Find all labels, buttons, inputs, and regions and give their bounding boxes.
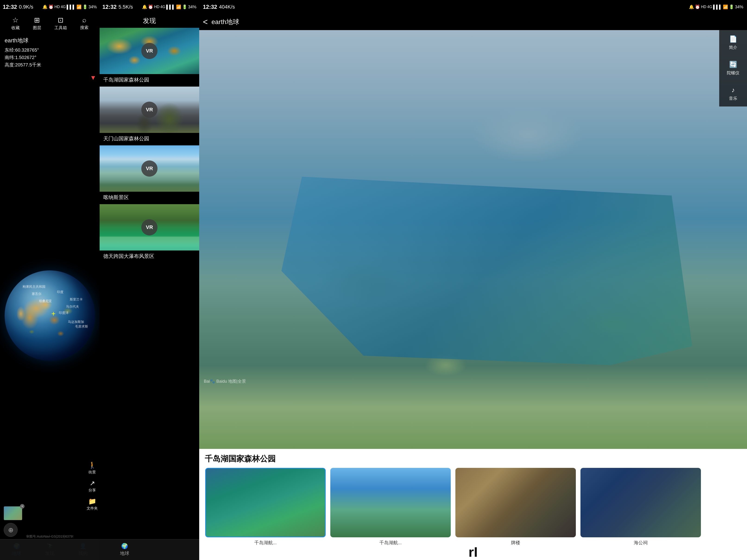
sidebar-gyro-label: 陀螺仪 [727, 70, 739, 76]
bell-icon: 🔔 [43, 4, 48, 9]
street-view-button[interactable]: 🚶 街景 [87, 461, 98, 475]
clock-icon-3: ⏰ [695, 4, 700, 9]
label-drc: 刚果民主共和国 [23, 285, 45, 289]
toolbar-collect-label: 收藏 [11, 25, 20, 31]
ocean-label: 印度洋 [59, 311, 69, 315]
status-bar-2: 12:32 5.5K/s 🔔 ⏰ HD 4G ▌▌▌ 📶 🔋 34% [100, 0, 199, 14]
status-time-2: 12:32 [102, 4, 117, 10]
signal-bars-icon: ▌▌▌ [67, 5, 76, 9]
nav-earth-2[interactable]: 🌍 地球 [120, 543, 129, 557]
clock-icon: ⏰ [48, 4, 53, 9]
mini-map-close[interactable]: × [20, 504, 25, 509]
feed-label-kanas: 喀纳斯景区 [100, 192, 199, 204]
thumbnail-label-1: 千岛湖航... [254, 540, 277, 546]
gyro-icon: 🔄 [729, 61, 737, 68]
layers-icon: ⊞ [34, 16, 40, 24]
status-time-1: 12:32 [3, 4, 17, 10]
mini-map[interactable] [4, 506, 22, 520]
battery-percent-3: 34% [735, 5, 743, 9]
status-icons-2: 🔔 ⏰ HD 4G ▌▌▌ 📶 🔋 34% [142, 4, 197, 9]
back-button[interactable]: < [203, 17, 208, 27]
side-actions: 🚶 街景 ↗ 分享 📁 文件夹 [85, 459, 100, 514]
label-seychelles: 塞舌尔 [32, 292, 42, 296]
thumbnail-item-1[interactable]: 千岛湖航... [203, 468, 328, 546]
thumbnail-item-3[interactable]: 牌楼 [453, 468, 578, 546]
feed-item-tianmen[interactable]: VR 天门山国家森林公园 [100, 86, 199, 145]
compass-icon: ▼ [90, 74, 96, 81]
status-bar-1: 12:32 0.9K/s 🔔 ⏰ HD 4G ▌▌▌ 📶 🔋 34% [0, 0, 100, 14]
panel-discover: 12:32 5.5K/s 🔔 ⏰ HD 4G ▌▌▌ 📶 🔋 34% 发现 VR… [100, 0, 199, 560]
vr-badge-detian: VR [141, 219, 157, 235]
feed-container: VR 千岛湖国家森林公园 VR 天门山国家森林公园 VR 喀纳斯景区 [100, 28, 199, 560]
toolbar-layers[interactable]: ⊞ 图层 [33, 16, 41, 31]
longitude-display: 东经:60.328765° [5, 46, 95, 54]
earth-info: earth地球 东经:60.328765° 南纬:1.502672° 高度:20… [0, 32, 100, 71]
thumbnail-label-4: 海公祠 [634, 540, 648, 546]
toolbar-layers-label: 图层 [33, 25, 41, 31]
status-time-3: 12:32 [203, 4, 217, 10]
right-sidebar: 📄 简介 🔄 陀螺仪 ♪ 音乐 [719, 30, 747, 106]
thumbnail-image-3[interactable] [455, 468, 576, 537]
sidebar-intro[interactable]: 📄 简介 [719, 30, 747, 56]
detail-main-image[interactable]: Bai🐾 Baidu 地图|全景 [199, 30, 747, 449]
sidebar-intro-label: 简介 [729, 45, 737, 50]
folder-label: 文件夹 [87, 506, 98, 511]
vr-badge-kanas: VR [141, 160, 157, 177]
hd-icon: HD [54, 5, 60, 9]
copyright-text: 审图号:AutoNavi-GS(2019)6379! [0, 535, 100, 539]
label-tanzania: 坦桑尼亚 [39, 299, 52, 303]
thumbnail-item-4[interactable]: 海公祠 [578, 468, 703, 546]
feed-label-qiandao: 千岛湖国家森林公园 [100, 74, 199, 86]
toolbar-tools[interactable]: ⊡ 工具箱 [54, 16, 67, 31]
feed-item-detian[interactable]: VR 德天跨国大瀑布风景区 [100, 204, 199, 263]
feed-image-qiandao: VR [100, 28, 199, 74]
street-view-label: 街景 [88, 470, 96, 475]
bottom-nav-2: 🌍 地球 🔭 发现 👤 我的 [100, 539, 199, 560]
thumbnail-row: 千岛湖航... 千岛湖航... 牌楼 海公祠 [199, 468, 747, 546]
toolbar-tools-label: 工具箱 [54, 25, 67, 31]
location-title: 千岛湖国家森林公园 [199, 449, 747, 468]
bell-icon-3: 🔔 [689, 4, 694, 9]
battery-icon: 🔋 [82, 4, 87, 9]
feed-item-kanas[interactable]: VR 喀纳斯景区 [100, 145, 199, 204]
sidebar-music-label: 音乐 [729, 96, 737, 101]
hd-icon-2: HD [154, 5, 159, 9]
thumbnail-image-2[interactable] [330, 468, 451, 537]
latitude-display: 南纬:1.502672° [5, 54, 95, 61]
toolbar: ☆ 收藏 ⊞ 图层 ⊡ 工具箱 ⌕ 搜索 [0, 14, 100, 32]
bell-icon-2: 🔔 [142, 4, 147, 9]
baidu-watermark-text: Baidu 地图|全景 [216, 378, 246, 384]
baidu-watermark: Bai🐾 Baidu 地图|全景 [204, 378, 246, 384]
crosshair: + [51, 309, 56, 318]
sidebar-music[interactable]: ♪ 音乐 [719, 81, 747, 106]
hd-icon-3: HD [701, 5, 706, 9]
feed-label-tianmen: 天门山国家森林公园 [100, 133, 199, 145]
toolbar-search[interactable]: ⌕ 搜索 [80, 16, 88, 30]
sidebar-gyro[interactable]: 🔄 陀螺仪 [719, 56, 747, 81]
feed-image-tianmen: VR [100, 86, 199, 133]
nav-earth-label-2: 地球 [120, 550, 129, 557]
toolbar-collect[interactable]: ☆ 收藏 [11, 16, 20, 31]
battery-percent-1: 34% [88, 5, 97, 9]
folder-button[interactable]: 📁 文件夹 [87, 498, 98, 511]
panel-detail: 12:32 404K/s 🔔 ⏰ HD 4G ▌▌▌ 📶 🔋 34% < ear… [199, 0, 747, 560]
detail-app-title: earth地球 [211, 18, 239, 26]
thumbnail-image-1[interactable] [205, 468, 326, 537]
thumbnail-image-4[interactable] [581, 468, 701, 537]
label-maldives: 马尔代夫 [66, 305, 79, 309]
signal-4g-icon-2: 4G [160, 5, 165, 9]
feed-item-qiandao[interactable]: VR 千岛湖国家森林公园 [100, 28, 199, 86]
panel-earth: 12:32 0.9K/s 🔔 ⏰ HD 4G ▌▌▌ 📶 🔋 34% ☆ 收藏 … [0, 0, 100, 560]
status-icons-3: 🔔 ⏰ HD 4G ▌▌▌ 📶 🔋 34% [689, 4, 743, 9]
thumbnail-label-2: 千岛湖航... [379, 540, 402, 546]
ri-text: rI [468, 544, 478, 560]
map-labels: 印度 斯里兰卡 马尔代夫 马达加斯加 毛里求斯 坦桑尼亚 塞舌尔 刚果民主共和国… [5, 270, 95, 361]
folder-icon: 📁 [88, 498, 96, 505]
thumbnail-item-2[interactable]: 千岛湖航... [328, 468, 453, 546]
status-speed-2: 5.5K/s [118, 4, 133, 10]
discover-header: 发现 [100, 14, 199, 28]
wifi-icon: 📶 [76, 4, 81, 9]
document-icon: 📄 [729, 35, 737, 43]
earth-globe[interactable]: 印度 斯里兰卡 马尔代夫 马达加斯加 毛里求斯 坦桑尼亚 塞舌尔 刚果民主共和国… [5, 270, 95, 361]
share-button[interactable]: ↗ 分享 [87, 479, 98, 493]
